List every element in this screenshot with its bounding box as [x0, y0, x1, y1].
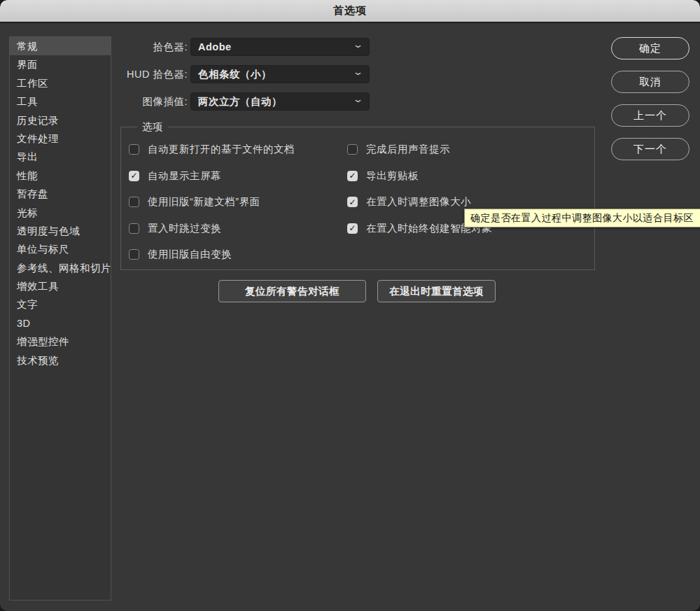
cancel-button[interactable]: 取消	[611, 71, 690, 93]
checkbox[interactable]: ✓	[347, 171, 358, 181]
reset-preferences-on-quit-button[interactable]: 在退出时重置首选项	[377, 280, 496, 302]
checkbox-label: 导出剪贴板	[366, 169, 419, 183]
image-interpolation-select[interactable]: 两次立方（自动） ⌄	[190, 92, 370, 111]
checkbox[interactable]: ✓	[129, 197, 139, 207]
checkbox-row-legacy-free-transform[interactable]: ✓ 使用旧版自由变换	[129, 248, 232, 260]
hud-color-picker-value: 色相条纹（小）	[198, 68, 354, 81]
checkbox-label: 自动更新打开的基于文件的文档	[148, 143, 295, 156]
options-group-title: 选项	[137, 120, 168, 133]
dialog-title: 首选项	[333, 4, 367, 17]
reset-all-warning-dialogs-button[interactable]: 复位所有警告对话框	[218, 280, 366, 302]
checkbox[interactable]: ✓	[347, 223, 358, 234]
hud-color-picker-label: HUD 拾色器:	[65, 65, 188, 83]
preferences-dialog: 首选项 常规 界面 工作区 工具 历史记录 文件处理 导出 性能 暂存盘 光标 …	[0, 0, 700, 611]
preferences-category-list: 常规 界面 工作区 工具 历史记录 文件处理 导出 性能 暂存盘 光标 透明度与…	[9, 36, 111, 601]
image-interpolation-label: 图像插值:	[65, 92, 188, 111]
sidebar-item-history-log[interactable]: 历史记录	[10, 111, 111, 129]
checkbox-row-auto-show-home-screen[interactable]: ✓ 自动显示主屏幕	[129, 170, 221, 182]
sidebar-item-performance[interactable]: 性能	[10, 167, 111, 185]
checkbox[interactable]: ✓	[129, 171, 139, 181]
checkbox[interactable]: ✓	[347, 197, 358, 207]
checkbox-row-beep-when-done[interactable]: ✓ 完成后用声音提示	[347, 143, 450, 155]
checkbox-row-auto-update-documents[interactable]: ✓ 自动更新打开的基于文件的文档	[129, 143, 295, 155]
next-button[interactable]: 下一个	[611, 138, 690, 160]
checkbox-label: 使用旧版“新建文档”界面	[148, 195, 260, 209]
checkbox[interactable]: ✓	[129, 223, 139, 234]
checkbox-label: 完成后用声音提示	[366, 143, 450, 156]
image-interpolation-value: 两次立方（自动）	[198, 95, 354, 108]
check-icon: ✓	[349, 224, 356, 232]
prev-button[interactable]: 上一个	[611, 104, 690, 127]
checkbox-label: 置入时跳过变换	[148, 222, 221, 235]
sidebar-item-enhanced-controls[interactable]: 增强型控件	[10, 332, 111, 351]
sidebar-item-guides-grid-slices[interactable]: 参考线、网格和切片	[10, 259, 111, 277]
sidebar-item-file-handling[interactable]: 文件处理	[10, 129, 111, 148]
checkbox-row-export-clipboard[interactable]: ✓ 导出剪贴板	[347, 170, 419, 182]
color-picker-select[interactable]: Adobe ⌄	[190, 38, 370, 56]
sidebar-item-transparency-gamut[interactable]: 透明度与色域	[10, 222, 111, 240]
color-picker-value: Adobe	[198, 41, 354, 52]
checkbox-row-legacy-new-document[interactable]: ✓ 使用旧版“新建文档”界面	[129, 196, 260, 208]
check-icon: ✓	[130, 171, 137, 180]
ok-button[interactable]: 确定	[611, 37, 690, 59]
checkbox[interactable]: ✓	[129, 144, 139, 155]
sidebar-item-plugins[interactable]: 增效工具	[10, 277, 111, 295]
tooltip: 确定是否在置入过程中调整图像大小以适合目标区	[464, 209, 700, 227]
sidebar-item-type[interactable]: 文字	[10, 295, 111, 314]
check-icon: ✓	[349, 171, 356, 180]
check-icon: ✓	[349, 198, 356, 206]
chevron-down-icon: ⌄	[352, 69, 363, 76]
sidebar-item-3d[interactable]: 3D	[10, 314, 111, 332]
checkbox-label: 在置入时调整图像大小	[366, 195, 471, 209]
chevron-down-icon: ⌄	[352, 96, 363, 103]
checkbox-label: 自动显示主屏幕	[148, 169, 221, 183]
checkbox-label: 使用旧版自由变换	[148, 248, 232, 261]
checkbox-row-resize-image-during-place[interactable]: ✓ 在置入时调整图像大小	[347, 196, 471, 208]
sidebar-item-cursors[interactable]: 光标	[10, 204, 111, 222]
sidebar-item-scratch-disks[interactable]: 暂存盘	[10, 185, 111, 203]
sidebar-item-units-rulers[interactable]: 单位与标尺	[10, 240, 111, 258]
chevron-down-icon: ⌄	[352, 41, 363, 48]
checkbox[interactable]: ✓	[347, 144, 358, 155]
titlebar[interactable]: 首选项	[0, 0, 700, 23]
checkbox[interactable]: ✓	[129, 249, 139, 260]
color-picker-label: 拾色器:	[65, 38, 188, 56]
sidebar-item-technology-previews[interactable]: 技术预览	[10, 351, 111, 370]
sidebar-item-export[interactable]: 导出	[10, 148, 111, 166]
hud-color-picker-select[interactable]: 色相条纹（小） ⌄	[190, 65, 370, 83]
checkbox-row-skip-transform-on-place[interactable]: ✓ 置入时跳过变换	[129, 223, 221, 234]
